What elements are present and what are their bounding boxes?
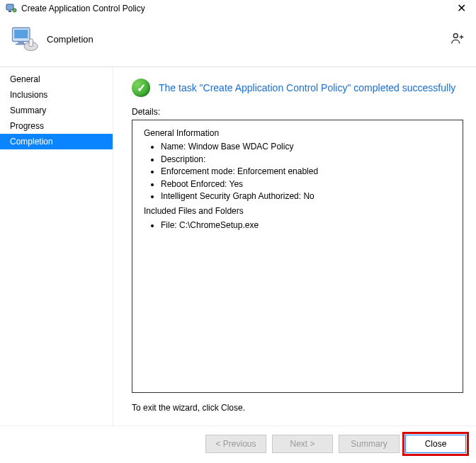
- svg-rect-5: [18, 42, 24, 43]
- titlebar: Create Application Control Policy ✕: [0, 0, 476, 17]
- details-box: General Information Name: Window Base WD…: [132, 120, 463, 393]
- status-row: ✓ The task "Create Application Control P…: [132, 79, 463, 97]
- wizard-body: General Inclusions Summary Progress Comp…: [0, 67, 476, 425]
- user-icon[interactable]: [449, 30, 466, 47]
- details-heading-included: Included Files and Folders: [144, 205, 451, 217]
- detail-item: Intelligent Security Graph Authorized: N…: [161, 190, 451, 202]
- details-heading-general: General Information: [144, 127, 451, 139]
- next-button: Next >: [272, 435, 333, 453]
- sidebar-item-completion[interactable]: Completion: [0, 134, 113, 149]
- close-button[interactable]: Close: [405, 435, 466, 453]
- sidebar-item-general[interactable]: General: [0, 72, 113, 87]
- wizard-sidebar: General Inclusions Summary Progress Comp…: [0, 67, 113, 425]
- close-icon[interactable]: ✕: [453, 3, 470, 14]
- svg-rect-0: [6, 4, 13, 10]
- previous-button: < Previous: [205, 435, 266, 453]
- close-button-highlight: Close: [405, 435, 466, 453]
- detail-item: Name: Window Base WDAC Policy: [161, 141, 451, 153]
- detail-item: Enforcement mode: Enforcement enabled: [161, 166, 451, 178]
- wizard-footer: < Previous Next > Summary Close: [0, 425, 476, 463]
- success-check-icon: ✓: [132, 79, 150, 97]
- details-list-included: File: C:\ChromeSetup.exe: [161, 219, 451, 232]
- svg-rect-4: [14, 30, 28, 38]
- detail-item: File: C:\ChromeSetup.exe: [161, 219, 451, 232]
- app-icon: [6, 3, 17, 14]
- wizard-header: Completion: [0, 17, 476, 67]
- window-title: Create Application Control Policy: [21, 4, 145, 13]
- page-title: Completion: [47, 34, 94, 45]
- details-list-general: Name: Window Base WDAC Policy Descriptio…: [161, 141, 451, 202]
- computer-icon: [10, 24, 40, 54]
- summary-button: Summary: [339, 435, 400, 453]
- sidebar-item-summary[interactable]: Summary: [0, 103, 113, 118]
- sidebar-item-inclusions[interactable]: Inclusions: [0, 87, 113, 103]
- wizard-main: ✓ The task "Create Application Control P…: [113, 67, 476, 425]
- svg-point-9: [453, 33, 458, 38]
- svg-rect-1: [8, 11, 11, 12]
- wizard-window: Create Application Control Policy ✕ Comp…: [0, 0, 476, 463]
- svg-point-2: [13, 8, 16, 12]
- svg-rect-8: [29, 39, 33, 47]
- detail-item: Description:: [161, 154, 451, 166]
- exit-hint: To exit the wizard, click Close.: [132, 403, 463, 413]
- status-message: The task "Create Application Control Pol…: [159, 82, 455, 93]
- sidebar-item-progress[interactable]: Progress: [0, 118, 113, 134]
- detail-item: Reboot Enforced: Yes: [161, 178, 451, 190]
- details-label: Details:: [132, 107, 463, 117]
